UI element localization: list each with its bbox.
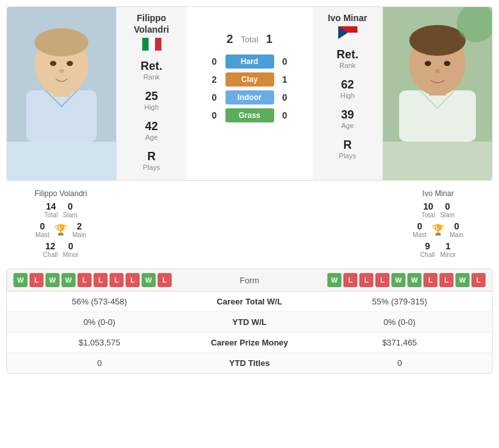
player1-high-label: High (144, 103, 159, 111)
stat-label: YTD Titles (186, 358, 314, 368)
p2-form-badge-l: L (439, 273, 454, 287)
svg-rect-9 (149, 38, 155, 51)
p2-indoor: 0 (279, 92, 291, 103)
stat-label: YTD W/L (186, 317, 314, 327)
player1-age-label: Age (145, 133, 158, 141)
player2-main-label: Main (450, 231, 464, 238)
p2-clay: 1 (279, 74, 291, 85)
stat-p2-value: 0% (0-0) (314, 317, 486, 327)
clay-badge: Clay (225, 72, 274, 87)
player2-high-label: High (340, 92, 355, 99)
player2-total-value: 10 (423, 201, 434, 212)
stat-label: Career Prize Money (186, 338, 314, 347)
stat-row: 0% (0-0) YTD W/L 0% (0-0) (7, 312, 492, 333)
hard-badge: Hard (225, 54, 274, 69)
p2-hard: 0 (279, 56, 291, 67)
stat-p2-value: 55% (379-315) (314, 297, 486, 306)
stat-row: 0 YTD Titles 0 (7, 353, 492, 373)
player2-rank-value: Ret. (336, 48, 358, 62)
p1-clay: 2 (209, 74, 220, 85)
player2-age-label: Age (341, 122, 354, 129)
p2-form-badge-w: W (327, 273, 341, 287)
player1-slam-label: Slam (63, 212, 78, 219)
p1-form-badge-l: L (158, 273, 172, 287)
player2-high-value: 62 (341, 78, 354, 92)
player2-plays-value: R (343, 138, 352, 152)
player1-info-panel: Filippo Volandri Ret. Rank 25 High 42 Ag… (116, 7, 186, 180)
svg-rect-15 (399, 90, 476, 142)
grass-badge: Grass (225, 108, 274, 122)
player2-mast-label: Mast (413, 231, 427, 238)
player2-chall-value: 9 (425, 241, 430, 251)
stat-p2-value: $371,465 (314, 338, 486, 347)
player1-below-stats: Filippo Volandri 14 Total 0 Slam 0 Mast … (6, 187, 115, 260)
p1-form-badge-w: W (142, 273, 156, 287)
player2-slam-value: 0 (445, 201, 450, 212)
player2-mast-value: 0 (417, 221, 422, 231)
form-label: Form (211, 276, 288, 285)
p1-form-badge-l: L (94, 273, 108, 287)
player1-mast-label: Mast (35, 231, 49, 238)
stat-p1-value: 0 (13, 358, 186, 368)
player2-name-label: Ivo Minar (422, 187, 454, 200)
center-matchup-panel: 2 Total 1 0 Hard 0 2 Clay 1 (186, 7, 313, 180)
player1-rank-label: Rank (143, 73, 160, 81)
player2-photo-area (383, 7, 492, 180)
svg-point-21 (435, 69, 440, 73)
svg-point-18 (409, 25, 466, 56)
p2-total: 1 (266, 33, 272, 46)
player1-mast-value: 0 (40, 221, 45, 231)
player2-plays-label: Plays (339, 152, 356, 160)
indoor-badge: Indoor (225, 90, 274, 104)
player2-minor-label: Minor (440, 251, 456, 258)
p2-form-badge-w: W (455, 273, 470, 287)
svg-point-6 (67, 61, 73, 66)
p1-form-badge-w: W (61, 273, 76, 287)
player2-slam-label: Slam (440, 212, 455, 219)
stat-p2-value: 0 (314, 358, 486, 368)
player1-total-label: Total (44, 212, 58, 219)
p1-hard: 0 (209, 56, 220, 67)
player1-form-badges: WLWWLLLLWL (13, 273, 211, 287)
p2-form-badge-l: L (359, 273, 373, 287)
p1-grass: 0 (209, 110, 220, 120)
p2-form-badge-l: L (343, 273, 357, 287)
stat-p1-value: 56% (573-458) (13, 297, 186, 306)
svg-point-19 (425, 61, 431, 66)
p2-form-badge-l: L (471, 273, 486, 287)
p2-form-badge-l: L (375, 273, 389, 287)
player2-chall-label: Chall (420, 251, 435, 258)
player1-total-value: 14 (46, 201, 56, 212)
stat-label: Career Total W/L (186, 297, 314, 306)
player2-info-panel: Ivo Minar Ret. Rank 62 High 39 Age R (313, 7, 383, 180)
svg-point-5 (50, 61, 56, 66)
svg-point-7 (59, 69, 64, 73)
player1-name: Filippo Volandri (134, 12, 169, 35)
p1-total: 2 (227, 33, 233, 46)
stat-p1-value: $1,053,575 (13, 338, 186, 347)
p1-form-badge-l: L (110, 273, 124, 287)
p1-form-badge-w: W (13, 273, 28, 287)
player1-rank-value: Ret. (140, 60, 162, 73)
player1-main-value: 2 (77, 221, 82, 231)
player2-main-value: 0 (454, 221, 459, 231)
p2-grass: 0 (279, 110, 291, 120)
player2-rank-label: Rank (339, 62, 356, 69)
player1-chall-value: 12 (45, 241, 56, 251)
svg-rect-1 (26, 90, 97, 142)
main-container: Filippo Volandri Ret. Rank 25 High 42 Ag… (0, 6, 499, 374)
player2-flag (338, 26, 357, 39)
svg-rect-8 (142, 38, 149, 51)
player1-trophy-icon: 🏆 (54, 224, 67, 236)
total-label: Total (241, 35, 258, 44)
p1-form-badge-l: L (126, 273, 140, 287)
player2-name: Ivo Minar (328, 12, 367, 24)
player2-trophy-icon: 🏆 (432, 224, 445, 236)
p1-form-badge-w: W (45, 273, 60, 287)
player1-chall-label: Chall (43, 251, 58, 258)
form-row: WLWWLLLLWL Form WLLLWWLLWL (7, 269, 492, 292)
player2-form-badges: WLLLWWLLWL (288, 273, 486, 287)
player1-slam-value: 0 (68, 201, 73, 212)
player1-flag (142, 38, 161, 51)
stats-table: 56% (573-458) Career Total W/L 55% (379-… (7, 292, 492, 373)
